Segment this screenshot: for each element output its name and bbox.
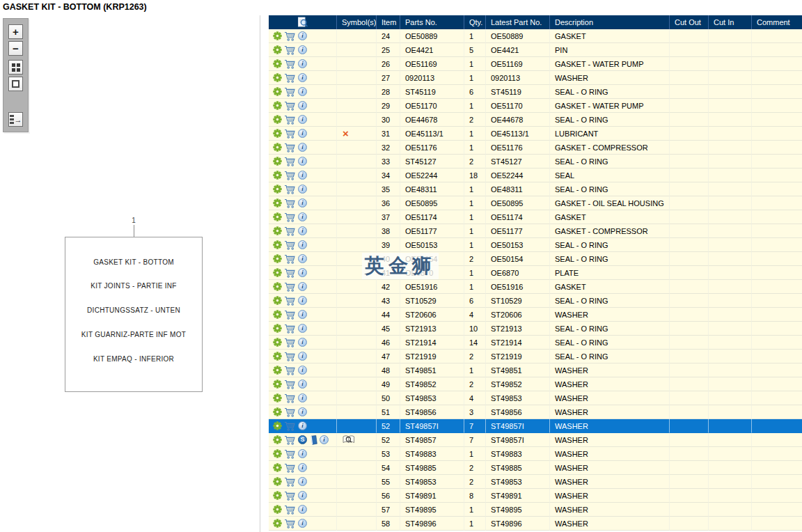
- cart-icon[interactable]: [284, 198, 296, 208]
- table-row[interactable]: i41OE68701OE6870PLATE: [269, 266, 802, 280]
- gear-icon[interactable]: [273, 59, 282, 68]
- diagram-part-box[interactable]: GASKET KIT - BOTTOMKIT JOINTS - PARTIE I…: [65, 237, 203, 392]
- cart-icon[interactable]: [284, 519, 296, 529]
- cart-icon[interactable]: [284, 240, 296, 250]
- gear-icon[interactable]: [273, 310, 282, 319]
- gear-icon[interactable]: [273, 338, 282, 347]
- info-icon[interactable]: i: [298, 505, 307, 514]
- info-icon[interactable]: i: [298, 491, 307, 500]
- cart-icon[interactable]: [284, 407, 296, 417]
- table-row[interactable]: i×31OE45113/11OE45113/1LUBRICANT: [269, 127, 802, 141]
- cart-icon[interactable]: [284, 73, 296, 83]
- cart-icon[interactable]: [284, 254, 296, 264]
- table-row[interactable]: i25OE44215OE4421PIN: [269, 43, 802, 57]
- table-row[interactable]: i48ST498511ST49851WASHER: [269, 363, 802, 377]
- gear-icon[interactable]: [273, 296, 282, 305]
- table-row[interactable]: i27092011310920113WASHER: [269, 71, 802, 85]
- cart-icon[interactable]: [284, 380, 296, 389]
- info-icon[interactable]: i: [298, 393, 307, 402]
- info-icon[interactable]: i: [298, 143, 307, 152]
- gear-icon[interactable]: [273, 115, 282, 124]
- table-row[interactable]: i56ST498918ST49891WASHER: [269, 489, 802, 503]
- column-header-comment[interactable]: Comment: [752, 15, 802, 29]
- gear-icon[interactable]: [273, 352, 282, 361]
- table-row[interactable]: Si52ST498577ST49857IWASHER: [269, 433, 802, 447]
- table-row[interactable]: i44ST206064ST20606WASHER: [269, 308, 802, 322]
- cart-icon[interactable]: [284, 352, 296, 361]
- gear-icon[interactable]: [273, 185, 282, 194]
- table-row[interactable]: i29OE511701OE51170GASKET - WATER PUMP: [269, 99, 802, 113]
- cart-icon[interactable]: [284, 226, 296, 236]
- info-icon[interactable]: i: [298, 407, 307, 416]
- table-row[interactable]: i30OE446782OE44678SEAL - O RING: [269, 113, 802, 127]
- column-header-symbol[interactable]: Symbol(s): [337, 15, 377, 29]
- gear-icon[interactable]: [273, 366, 282, 375]
- gear-icon[interactable]: [273, 505, 282, 514]
- cart-icon[interactable]: [284, 324, 296, 334]
- info-icon[interactable]: i: [298, 45, 307, 54]
- tile-view-button[interactable]: [8, 60, 23, 75]
- gear-icon[interactable]: [273, 449, 282, 458]
- gear-icon[interactable]: [273, 407, 282, 416]
- table-row[interactable]: i35OE483111OE48311SEAL - O RING: [269, 182, 802, 196]
- info-icon[interactable]: i: [298, 59, 307, 68]
- gear-icon[interactable]: [273, 31, 282, 40]
- info-icon[interactable]: i: [298, 198, 307, 208]
- info-icon[interactable]: i: [298, 519, 307, 528]
- cart-icon[interactable]: [284, 421, 296, 431]
- cart-icon[interactable]: [284, 212, 296, 222]
- cart-icon[interactable]: [284, 185, 296, 194]
- gear-icon[interactable]: [273, 268, 282, 277]
- table-row[interactable]: i36OE508951OE50895GASKET - OIL SEAL HOUS…: [269, 196, 802, 210]
- table-row[interactable]: i45ST2191310ST21913SEAL - O RING: [269, 322, 802, 336]
- gear-icon[interactable]: [273, 463, 282, 472]
- gear-icon[interactable]: [273, 477, 282, 486]
- table-row[interactable]: i46ST2191414ST21914SEAL - O RING: [269, 336, 802, 350]
- cart-icon[interactable]: [284, 282, 296, 292]
- cart-icon[interactable]: [284, 143, 296, 152]
- cart-icon[interactable]: [284, 45, 296, 55]
- gear-icon[interactable]: [273, 393, 282, 402]
- table-row[interactable]: i26OE511691OE51169GASKET - WATER PUMP: [269, 57, 802, 71]
- gear-icon[interactable]: [273, 435, 282, 444]
- table-row[interactable]: i24OE508891OE50889GASKET: [269, 29, 802, 43]
- table-row[interactable]: i34OE5224418OE52244SEAL: [269, 169, 802, 182]
- cart-icon[interactable]: [284, 157, 296, 166]
- cart-icon[interactable]: [284, 366, 296, 375]
- cart-icon[interactable]: [284, 87, 296, 97]
- info-icon[interactable]: i: [298, 157, 307, 166]
- info-icon[interactable]: i: [298, 449, 307, 458]
- gear-icon[interactable]: [273, 101, 282, 110]
- table-row[interactable]: i54ST498852ST49885WASHER: [269, 461, 802, 475]
- info-icon[interactable]: i: [298, 31, 307, 40]
- gear-icon[interactable]: [273, 324, 282, 333]
- gear-icon[interactable]: [273, 198, 282, 208]
- info-icon[interactable]: i: [298, 352, 307, 361]
- table-row[interactable]: i37OE511741OE51174GASKET: [269, 210, 802, 224]
- s-badge-icon[interactable]: S: [298, 435, 307, 444]
- info-icon[interactable]: i: [298, 310, 307, 319]
- info-icon[interactable]: i: [298, 171, 307, 180]
- info-icon[interactable]: i: [298, 324, 307, 333]
- table-row[interactable]: i33ST451272ST45127SEAL - O RING: [269, 155, 802, 169]
- cart-icon[interactable]: [284, 115, 296, 125]
- cart-icon[interactable]: [284, 31, 296, 41]
- table-row[interactable]: i40OE501542OE50154SEAL - O RING: [269, 252, 802, 266]
- cart-icon[interactable]: [284, 59, 296, 69]
- info-icon[interactable]: i: [298, 240, 307, 249]
- column-header-cutout[interactable]: Cut Out: [670, 15, 709, 29]
- cart-icon[interactable]: [284, 101, 296, 111]
- info-icon[interactable]: i: [298, 421, 307, 430]
- info-icon[interactable]: i: [298, 73, 307, 82]
- table-row[interactable]: i58ST498961ST49896WASHER: [269, 517, 802, 531]
- cart-icon[interactable]: [284, 129, 296, 139]
- gear-icon[interactable]: [273, 129, 282, 138]
- zoom-in-button[interactable]: +: [8, 24, 23, 39]
- info-icon[interactable]: i: [320, 435, 329, 444]
- table-row[interactable]: i32OE511761OE51176GASKET - COMPRESSOR: [269, 141, 802, 155]
- cart-icon[interactable]: [284, 393, 296, 403]
- column-header-qty[interactable]: Qty.: [464, 15, 486, 29]
- gear-icon[interactable]: [273, 519, 282, 528]
- column-header-preview[interactable]: [269, 15, 337, 29]
- table-row[interactable]: i28ST451196ST45119SEAL - O RING: [269, 85, 802, 99]
